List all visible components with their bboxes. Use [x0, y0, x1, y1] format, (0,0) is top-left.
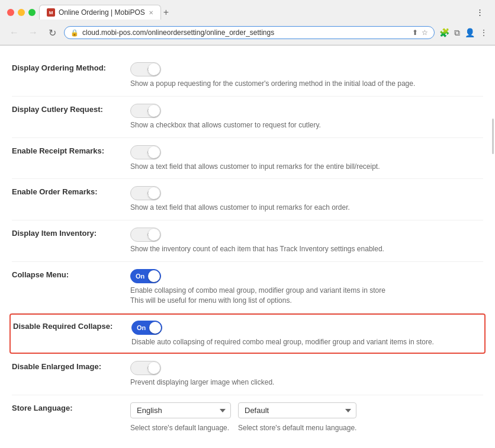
disable-required-collapse-toggle-label: On: [132, 324, 149, 331]
display-cutlery-request-control: Off Show a checkbox that allows customer…: [130, 104, 483, 130]
browser-chrome: M Online Ordering | MobiPOS ✕ + ⋮ ← → ↻ …: [0, 0, 495, 46]
more-options-icon[interactable]: ⋮: [480, 28, 488, 38]
collapse-menu-label: Collapse Menu:: [12, 269, 130, 279]
enable-receipt-remarks-desc: Show a text field that allows customer t…: [130, 162, 483, 172]
store-language-control: English Chinese Malay Select store's def…: [130, 402, 483, 433]
display-item-inventory-desc: Show the inventory count of each item th…: [130, 244, 483, 254]
display-item-inventory-toggle-wrap: Off: [130, 228, 483, 242]
titlebar: M Online Ordering | MobiPOS ✕ + ⋮: [0, 0, 495, 23]
primary-language-select[interactable]: English Chinese Malay: [130, 402, 231, 418]
forward-button[interactable]: →: [26, 25, 40, 40]
collapse-menu-control: On Enable collapsing of combo meal group…: [130, 269, 483, 306]
enable-receipt-remarks-row: Enable Receipt Remarks: Off Show a text …: [12, 138, 483, 180]
collapse-menu-toggle-knob: [148, 270, 160, 282]
collapse-menu-desc: Enable collapsing of combo meal group, m…: [130, 286, 483, 306]
lock-icon: 🔒: [70, 29, 79, 37]
tab-favicon: M: [47, 8, 55, 17]
minimize-window-button[interactable]: [18, 9, 25, 16]
enable-order-remarks-desc: Show a text field that allows customer t…: [130, 203, 483, 213]
close-window-button[interactable]: [7, 9, 14, 16]
browser-toolbar-icons: 🧩 ⧉ 👤 ⋮: [439, 28, 488, 38]
traffic-lights: [7, 9, 36, 16]
display-item-inventory-control: Off Show the inventory count of each ite…: [130, 228, 483, 254]
enable-receipt-remarks-toggle[interactable]: Off: [130, 145, 161, 159]
tab-title: Online Ordering | MobiPOS: [59, 8, 145, 17]
enable-order-remarks-toggle[interactable]: Off: [130, 186, 161, 200]
display-ordering-method-toggle-wrap: Off: [130, 62, 483, 76]
collapse-menu-toggle[interactable]: On: [130, 269, 161, 283]
enable-receipt-remarks-label: Enable Receipt Remarks:: [12, 145, 130, 155]
scrollbar[interactable]: [492, 119, 494, 154]
secondary-language-select[interactable]: Default English Chinese: [238, 402, 356, 418]
collapse-menu-toggle-label: On: [131, 273, 148, 280]
profile-icon[interactable]: 👤: [465, 28, 475, 38]
enable-order-remarks-row: Enable Order Remarks: Off Show a text fi…: [12, 179, 483, 220]
display-cutlery-request-toggle-wrap: Off: [130, 104, 483, 118]
enable-receipt-remarks-control: Off Show a text field that allows custom…: [130, 145, 483, 172]
disable-required-collapse-toggle-knob: [149, 322, 161, 334]
extensions-icon[interactable]: 🧩: [439, 28, 449, 38]
disable-enlarged-image-toggle-wrap: Off: [130, 361, 483, 375]
bookmark-icon[interactable]: ☆: [422, 28, 428, 37]
primary-language-group: English Chinese Malay Select store's def…: [130, 402, 231, 433]
collapse-menu-toggle-wrap: On: [130, 269, 483, 283]
back-button[interactable]: ←: [7, 25, 21, 40]
disable-enlarged-image-toggle-knob: [148, 362, 160, 374]
disable-required-collapse-label: Disable Required Collapse:: [13, 321, 131, 331]
display-cutlery-request-toggle[interactable]: Off: [130, 104, 161, 118]
store-language-label: Store Language:: [12, 402, 130, 412]
enable-order-remarks-toggle-knob: [148, 187, 160, 199]
display-item-inventory-toggle-knob: [148, 229, 160, 241]
display-ordering-method-control: Off Show a popup requesting for the cust…: [130, 62, 483, 89]
display-cutlery-request-toggle-knob: [148, 105, 160, 117]
browser-toolbar: ← → ↻ 🔒 cloud.mobi-pos.com/onlineorderse…: [0, 23, 495, 45]
display-ordering-method-toggle-knob: [148, 63, 160, 75]
enable-receipt-remarks-toggle-knob: [148, 146, 160, 158]
display-item-inventory-toggle[interactable]: Off: [130, 228, 161, 242]
collapse-menu-row: Collapse Menu: On Enable collapsing of c…: [12, 262, 483, 313]
secondary-language-group: Default English Chinese Select store's d…: [238, 402, 356, 433]
primary-language-desc: Select store's default language.: [130, 423, 231, 433]
display-ordering-method-toggle[interactable]: Off: [130, 62, 161, 76]
display-item-inventory-label: Display Item Inventory:: [12, 228, 130, 238]
disable-enlarged-image-desc: Prevent displaying larger image when cli…: [130, 377, 483, 388]
new-tab-button[interactable]: +: [163, 7, 169, 18]
enable-receipt-remarks-toggle-wrap: Off: [130, 145, 483, 159]
store-language-selects: English Chinese Malay Select store's def…: [130, 402, 483, 433]
enable-order-remarks-control: Off Show a text field that allows custom…: [130, 186, 483, 213]
enable-order-remarks-toggle-wrap: Off: [130, 186, 483, 200]
disable-required-collapse-control: On Disable auto collapsing of required c…: [131, 321, 482, 347]
disable-enlarged-image-control: Off Prevent displaying larger image when…: [130, 361, 483, 388]
share-icon[interactable]: ⬆: [412, 28, 418, 37]
active-tab[interactable]: M Online Ordering | MobiPOS ✕: [39, 5, 161, 20]
page-content: Display Ordering Method: Off Show a popu…: [0, 46, 495, 434]
disable-enlarged-image-label: Disable Enlarged Image:: [12, 361, 130, 371]
disable-required-collapse-row: Disable Required Collapse: On Disable au…: [9, 313, 486, 354]
disable-required-collapse-desc: Disable auto collapsing of required comb…: [131, 337, 482, 347]
tab-close-button[interactable]: ✕: [149, 9, 153, 16]
display-ordering-method-label: Display Ordering Method:: [12, 62, 130, 72]
disable-required-collapse-toggle[interactable]: On: [131, 321, 162, 335]
maximize-window-button[interactable]: [28, 9, 36, 16]
secondary-language-desc: Select store's default menu language.: [238, 423, 356, 433]
address-bar[interactable]: 🔒 cloud.mobi-pos.com/onlineordersetting/…: [64, 26, 435, 39]
disable-required-collapse-toggle-wrap: On: [131, 321, 482, 335]
display-ordering-method-desc: Show a popup requesting for the customer…: [130, 79, 483, 89]
refresh-button[interactable]: ↻: [45, 25, 59, 40]
display-cutlery-request-row: Display Cutlery Request: Off Show a chec…: [12, 97, 483, 138]
browser-menu-icon[interactable]: ⋮: [476, 8, 488, 17]
store-language-row: Store Language: English Chinese Malay Se…: [12, 395, 483, 434]
url-text: cloud.mobi-pos.com/onlineordersetting/on…: [82, 28, 409, 37]
split-view-icon[interactable]: ⧉: [454, 28, 460, 38]
disable-enlarged-image-row: Disable Enlarged Image: Off Prevent disp…: [12, 354, 483, 395]
disable-enlarged-image-toggle[interactable]: Off: [130, 361, 161, 375]
display-cutlery-request-desc: Show a checkbox that allows customer to …: [130, 120, 483, 130]
display-ordering-method-row: Display Ordering Method: Off Show a popu…: [12, 55, 483, 97]
enable-order-remarks-label: Enable Order Remarks:: [12, 186, 130, 196]
display-cutlery-request-label: Display Cutlery Request:: [12, 104, 130, 114]
display-item-inventory-row: Display Item Inventory: Off Show the inv…: [12, 220, 483, 262]
